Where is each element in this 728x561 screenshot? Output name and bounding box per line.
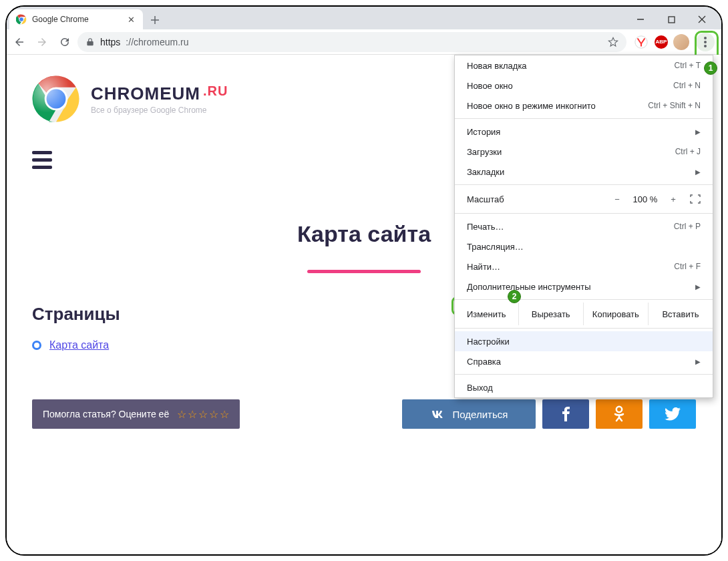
zoom-out-button[interactable]: −: [607, 194, 627, 204]
share-vk-button[interactable]: Поделиться: [402, 399, 536, 429]
tab-strip: Google Chrome ✕: [7, 7, 721, 29]
sitemap-link[interactable]: Карта сайта: [49, 339, 109, 351]
menu-new-window[interactable]: Новое окно Ctrl + N: [455, 75, 713, 96]
menu-label: Закладки: [467, 167, 504, 177]
adblock-extension-icon[interactable]: ABP: [653, 34, 669, 50]
menu-separator: [455, 184, 713, 185]
fullscreen-icon[interactable]: [687, 192, 703, 206]
menu-shortcut: Ctrl + J: [675, 147, 701, 156]
reload-button[interactable]: [55, 32, 75, 52]
browser-window: Google Chrome ✕ https://chromeum.ru: [5, 5, 723, 556]
menu-print[interactable]: Печать… Ctrl + P: [455, 216, 713, 236]
title-underline: [307, 270, 421, 273]
menu-separator: [455, 374, 713, 375]
close-button[interactable]: [687, 9, 717, 29]
share-vk-label: Поделиться: [453, 409, 508, 420]
submenu-arrow-icon: ▶: [695, 168, 701, 176]
menu-shortcut: Ctrl + F: [674, 262, 701, 271]
menu-more-tools[interactable]: Дополнительные инструменты ▶: [455, 276, 713, 297]
forward-button[interactable]: [32, 32, 52, 52]
star-icon[interactable]: ☆: [198, 408, 208, 421]
tab-active[interactable]: Google Chrome ✕: [9, 9, 143, 29]
profile-avatar[interactable]: [673, 34, 689, 50]
ok-icon: [614, 405, 624, 423]
menu-incognito[interactable]: Новое окно в режиме инкогнито Ctrl + Shi…: [455, 96, 713, 116]
menu-history[interactable]: История ▶: [455, 122, 713, 142]
menu-label: Найти…: [467, 262, 500, 272]
menu-label: Справка: [467, 357, 501, 367]
star-icon[interactable]: ☆: [220, 408, 229, 421]
rating-stars[interactable]: ☆ ☆ ☆ ☆ ☆: [177, 408, 229, 421]
menu-exit[interactable]: Выход: [455, 377, 713, 397]
bullet-icon: [32, 341, 41, 350]
chrome-menu-button[interactable]: [696, 33, 715, 51]
menu-help[interactable]: Справка ▶: [455, 351, 713, 371]
menu-bookmarks[interactable]: Закладки ▶: [455, 162, 713, 182]
submenu-arrow-icon: ▶: [695, 358, 701, 365]
rate-article-box[interactable]: Помогла статья? Оцените её ☆ ☆ ☆ ☆ ☆: [32, 399, 240, 429]
menu-zoom-row: Масштаб − 100 % +: [455, 188, 713, 210]
chrome-menu-dropdown: Новая вкладка Ctrl + T Новое окно Ctrl +…: [454, 55, 713, 398]
abp-badge: ABP: [655, 35, 668, 49]
menu-label: История: [467, 127, 500, 137]
callout-badge-2: 2: [508, 290, 521, 303]
new-tab-button[interactable]: [146, 11, 164, 29]
menu-find[interactable]: Найти… Ctrl + F: [455, 256, 713, 276]
star-icon[interactable]: ☆: [209, 408, 218, 421]
menu-downloads[interactable]: Загрузки Ctrl + J: [455, 142, 713, 162]
share-twitter-button[interactable]: [649, 399, 696, 429]
edit-label: Изменить: [455, 303, 518, 325]
brand-name: CHROMEUM: [91, 83, 200, 104]
star-icon[interactable]: ☆: [188, 408, 197, 421]
menu-edit-row: Изменить Вырезать Копировать Вставить: [455, 303, 713, 325]
svg-point-11: [704, 41, 707, 43]
menu-label: Настройки: [467, 337, 510, 347]
edit-cut-button[interactable]: Вырезать: [518, 303, 583, 325]
footer-row: Помогла статья? Оцените её ☆ ☆ ☆ ☆ ☆ Под…: [32, 399, 696, 429]
zoom-label: Масштаб: [467, 194, 504, 204]
url-protocol: https: [100, 37, 120, 47]
menu-shortcut: Ctrl + T: [675, 61, 701, 70]
star-icon[interactable]: ☆: [177, 408, 186, 421]
address-bar[interactable]: https://chromeum.ru: [77, 32, 626, 52]
svg-point-12: [704, 45, 707, 47]
window-controls: [625, 9, 717, 29]
menu-settings[interactable]: Настройки: [455, 331, 713, 351]
menu-label: Печать…: [467, 222, 504, 232]
toolbar: https://chromeum.ru ABP: [7, 29, 721, 55]
facebook-icon: [561, 406, 570, 422]
yandex-extension-icon[interactable]: [633, 34, 649, 50]
menu-separator: [455, 328, 713, 329]
menu-cast[interactable]: Трансляция…: [455, 236, 713, 256]
edit-paste-button[interactable]: Вставить: [648, 303, 713, 325]
zoom-value: 100 %: [627, 194, 663, 204]
tab-close-icon[interactable]: ✕: [126, 14, 136, 25]
site-menu-icon[interactable]: [32, 151, 52, 169]
menu-label: Новое окно в режиме инкогнито: [467, 101, 596, 111]
minimize-button[interactable]: [625, 9, 656, 29]
zoom-in-button[interactable]: +: [663, 194, 683, 204]
vk-icon: [430, 406, 446, 422]
brand-tagline: Все о браузере Google Chrome: [91, 106, 228, 115]
submenu-arrow-icon: ▶: [695, 283, 701, 291]
maximize-button[interactable]: [656, 9, 687, 29]
back-button[interactable]: [9, 32, 29, 52]
bookmark-star-icon[interactable]: [608, 37, 618, 47]
chrome-favicon-icon: [16, 14, 27, 25]
share-fb-button[interactable]: [542, 399, 589, 429]
share-ok-button[interactable]: [596, 399, 643, 429]
svg-point-16: [33, 75, 79, 122]
svg-rect-1: [669, 17, 675, 23]
menu-new-tab[interactable]: Новая вкладка Ctrl + T: [455, 55, 713, 75]
tab-title: Google Chrome: [32, 15, 120, 24]
site-logo-icon: [32, 75, 80, 123]
menu-separator: [455, 213, 713, 214]
menu-shortcut: Ctrl + P: [674, 222, 701, 231]
svg-point-17: [616, 407, 622, 412]
menu-shortcut: Ctrl + N: [673, 81, 701, 90]
edit-copy-button[interactable]: Копировать: [583, 303, 648, 325]
submenu-arrow-icon: ▶: [695, 128, 701, 136]
menu-shortcut: Ctrl + Shift + N: [648, 101, 701, 110]
extension-area: ABP: [633, 31, 717, 53]
menu-label: Трансляция…: [467, 242, 524, 252]
